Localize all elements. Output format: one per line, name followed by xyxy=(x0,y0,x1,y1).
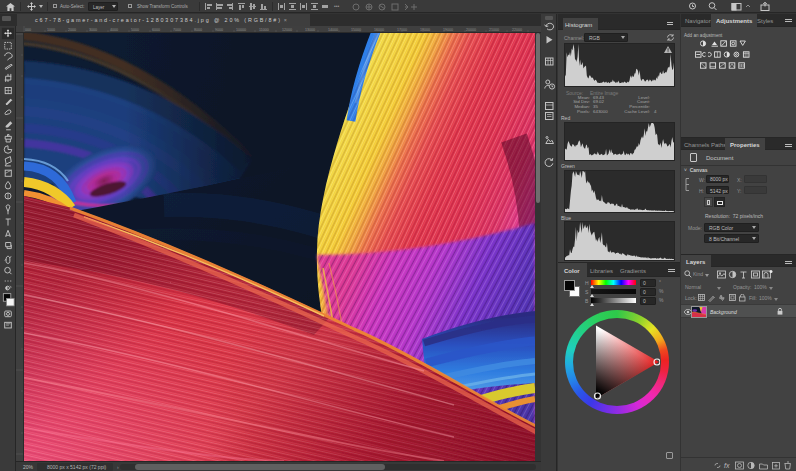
svg-text:10000: 10000 xyxy=(236,28,246,32)
svg-text:18000: 18000 xyxy=(420,28,430,32)
svg-text:6000: 6000 xyxy=(152,28,160,32)
svg-text:7000: 7000 xyxy=(173,28,181,32)
svg-text:20000: 20000 xyxy=(466,28,476,32)
svg-text:8000: 8000 xyxy=(194,28,202,32)
svg-text:19000: 19000 xyxy=(443,28,453,32)
svg-text:16000: 16000 xyxy=(374,28,384,32)
svg-text:14000: 14000 xyxy=(328,28,338,32)
svg-text:11000: 11000 xyxy=(259,28,269,32)
svg-text:12000: 12000 xyxy=(282,28,292,32)
svg-text:9000: 9000 xyxy=(215,28,223,32)
svg-text:3000: 3000 xyxy=(89,28,97,32)
svg-text:21000: 21000 xyxy=(489,28,499,32)
svg-text:fx: fx xyxy=(724,462,730,469)
svg-text:2000: 2000 xyxy=(68,28,76,32)
svg-text:1000: 1000 xyxy=(47,28,55,32)
svg-text:13000: 13000 xyxy=(305,28,315,32)
svg-text:000: 000 xyxy=(25,28,31,32)
svg-text:4000: 4000 xyxy=(110,28,118,32)
svg-text:5000: 5000 xyxy=(131,28,139,32)
svg-text:15000: 15000 xyxy=(351,28,361,32)
svg-text:22000: 22000 xyxy=(512,28,522,32)
